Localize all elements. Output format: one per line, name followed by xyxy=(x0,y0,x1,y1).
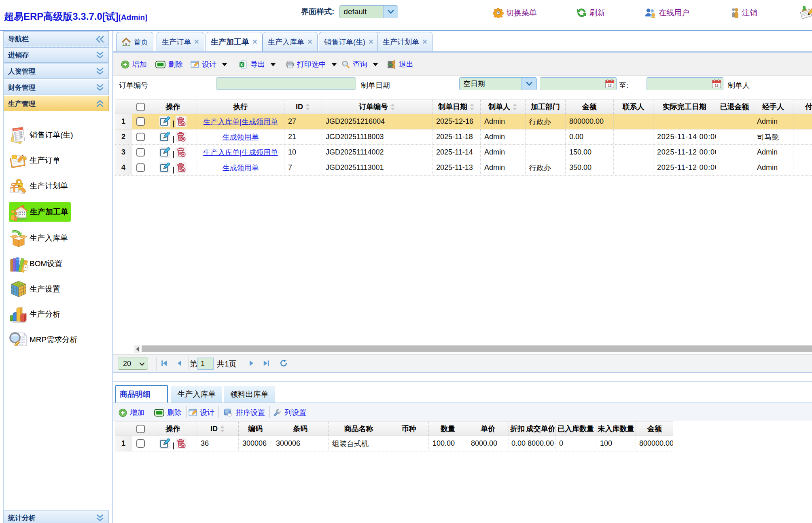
header-select-all[interactable] xyxy=(132,100,149,114)
add-button[interactable]: 增加 xyxy=(119,406,144,419)
column-header-op[interactable]: 操作 xyxy=(149,100,197,114)
exec-link[interactable]: 生成领用单 xyxy=(223,132,259,142)
style-select[interactable]: default xyxy=(339,5,398,18)
table-row[interactable]: 3 生产入库单|生成领用单 10 JGD20251114002 2025-11-… xyxy=(115,145,812,160)
tab-production-plan[interactable]: 生产计划单 × xyxy=(377,32,433,51)
caret-down-icon[interactable] xyxy=(222,63,227,66)
sidebar-section-jxc[interactable]: 进销存 xyxy=(4,47,109,63)
next-page-button[interactable] xyxy=(248,360,255,367)
scrollbar-thumb[interactable] xyxy=(142,345,812,352)
print-button[interactable]: 打印选中 xyxy=(286,58,337,71)
chevron-down-icon[interactable] xyxy=(383,6,398,18)
column-header-maker[interactable]: 制单人 xyxy=(481,100,526,114)
sort-icon[interactable] xyxy=(512,103,517,111)
select-all-checkbox[interactable] xyxy=(136,425,145,433)
column-header-out_qty[interactable]: 未入库数量 xyxy=(596,422,636,436)
scroll-left-icon[interactable] xyxy=(134,345,140,353)
exec-links[interactable]: 生成领用单 xyxy=(197,129,284,144)
menu-logout[interactable]: 注销 xyxy=(731,7,757,18)
exec-link[interactable]: 生成领用单 xyxy=(223,163,259,173)
sidebar-section-finance[interactable]: 财务管理 xyxy=(4,80,109,95)
menu-switch-menu[interactable]: 切换菜单 xyxy=(493,7,537,18)
exec-link[interactable]: 生产入库单|生成领用单 xyxy=(203,117,278,127)
column-header-amount[interactable]: 金额 xyxy=(636,422,673,436)
caret-down-icon[interactable] xyxy=(373,63,378,66)
table-row[interactable]: 1 生产入库单|生成领用单 27 JGD20251216004 2025-12-… xyxy=(115,114,812,129)
edit-icon[interactable] xyxy=(159,131,170,142)
chevron-down-icon[interactable] xyxy=(521,78,536,90)
edit-icon[interactable] xyxy=(159,116,170,127)
column-header-currency[interactable]: 币种 xyxy=(389,422,429,436)
header-select-all[interactable] xyxy=(132,422,149,436)
design-button[interactable]: 设计 xyxy=(191,58,227,71)
first-page-button[interactable] xyxy=(161,360,168,367)
page-input[interactable]: 1 xyxy=(197,358,214,370)
row-select[interactable] xyxy=(132,436,149,451)
close-icon[interactable]: × xyxy=(369,37,373,47)
column-header-op[interactable]: 操作 xyxy=(149,422,197,436)
column-header-pay[interactable]: 付款方式 xyxy=(793,100,812,114)
exec-links[interactable]: 生产入库单|生成领用单 xyxy=(197,145,284,160)
select-all-checkbox[interactable] xyxy=(136,103,145,111)
sort-icon[interactable] xyxy=(305,103,310,111)
sidebar-item-sales-order[interactable]: Invoice 销售订单(生) xyxy=(9,126,73,144)
export-button[interactable]: 导出 xyxy=(239,58,276,71)
order-no-input[interactable] xyxy=(216,77,356,90)
sidebar-item-production-settings[interactable]: 生产设置 xyxy=(9,280,60,299)
sidebar-nav-title[interactable]: 导航栏 xyxy=(4,31,109,47)
prev-page-button[interactable] xyxy=(176,360,183,367)
column-header-barcode[interactable]: 条码 xyxy=(272,422,329,436)
row-checkbox[interactable] xyxy=(136,439,145,448)
column-header-contact[interactable]: 联系人 xyxy=(614,100,653,114)
sidebar-item-mrp[interactable]: MRP需求分析 xyxy=(9,330,77,349)
sort-icon[interactable] xyxy=(220,425,225,433)
column-header-qty[interactable]: 数量 xyxy=(429,422,467,436)
exec-links[interactable]: 生成领用单 xyxy=(197,160,284,175)
reload-icon[interactable] xyxy=(280,360,287,367)
sort-icon[interactable] xyxy=(469,103,475,111)
sort-icon[interactable] xyxy=(390,103,395,111)
sidebar-section-hr[interactable]: 人资管理 xyxy=(4,64,109,79)
delete-icon[interactable] xyxy=(176,147,187,158)
last-page-button[interactable] xyxy=(263,360,270,367)
delete-icon[interactable] xyxy=(176,162,187,173)
date-to-input[interactable] xyxy=(647,77,723,90)
row-checkbox[interactable] xyxy=(136,133,145,141)
date-type-select[interactable]: 空日期 xyxy=(459,77,537,90)
exec-link[interactable]: 生产入库单|生成领用单 xyxy=(203,148,278,157)
delete-button[interactable]: 删除 xyxy=(155,58,183,71)
column-header-exec[interactable]: 执行 xyxy=(197,100,284,114)
column-header-order_no[interactable]: 订单编号 xyxy=(322,100,433,114)
column-header-handler[interactable]: 经手人 xyxy=(753,100,793,114)
column-header-date[interactable]: 制单日期 xyxy=(433,100,481,114)
date-from-input[interactable] xyxy=(540,77,617,90)
row-checkbox[interactable] xyxy=(136,148,145,157)
column-header-discount[interactable]: 折扣 xyxy=(509,422,526,436)
column-header-id[interactable]: ID xyxy=(284,100,322,114)
delete-icon[interactable] xyxy=(176,131,187,142)
exec-links[interactable]: 生产入库单|生成领用单 xyxy=(197,114,284,129)
sidebar-item-production-inbound[interactable]: 生产入库单 xyxy=(9,229,68,248)
column-header-dept[interactable]: 加工部门 xyxy=(526,100,566,114)
row-checkbox[interactable] xyxy=(136,163,145,172)
table-row[interactable]: 1 36 300006 300006 组装台式机 100.00 8000.00 … xyxy=(115,436,673,451)
menu-refresh[interactable]: 刷新 xyxy=(576,7,605,18)
column-header-finish[interactable]: 实际完工日期 xyxy=(653,100,716,114)
close-icon[interactable]: × xyxy=(307,37,312,47)
column-header-amount[interactable]: 金额 xyxy=(566,100,614,114)
tab-production-process[interactable]: 生产加工单 × xyxy=(206,32,263,51)
tab-home[interactable]: 首页 xyxy=(116,32,153,51)
column-header-name[interactable]: 商品名称 xyxy=(329,422,389,436)
query-button[interactable]: 查询 xyxy=(341,58,378,71)
column-header-deal_price[interactable]: 成交单价 xyxy=(526,422,555,436)
sidebar-item-production-order[interactable]: 生产订单 xyxy=(9,151,60,170)
design-button[interactable]: 设计 xyxy=(189,406,214,419)
column-header-price[interactable]: 单价 xyxy=(467,422,509,436)
collapse-icon[interactable] xyxy=(95,35,104,43)
table-row[interactable]: 2 生成领用单 21 JGD20251118003 2025-11-18 Adm… xyxy=(115,129,812,145)
column-header-in_qty[interactable]: 已入库数量 xyxy=(555,422,596,436)
close-icon[interactable]: × xyxy=(194,37,199,47)
page-size-select[interactable]: 20 xyxy=(118,358,148,370)
row-select[interactable] xyxy=(132,129,149,144)
column-header-refund[interactable]: 已退金额 xyxy=(716,100,753,114)
